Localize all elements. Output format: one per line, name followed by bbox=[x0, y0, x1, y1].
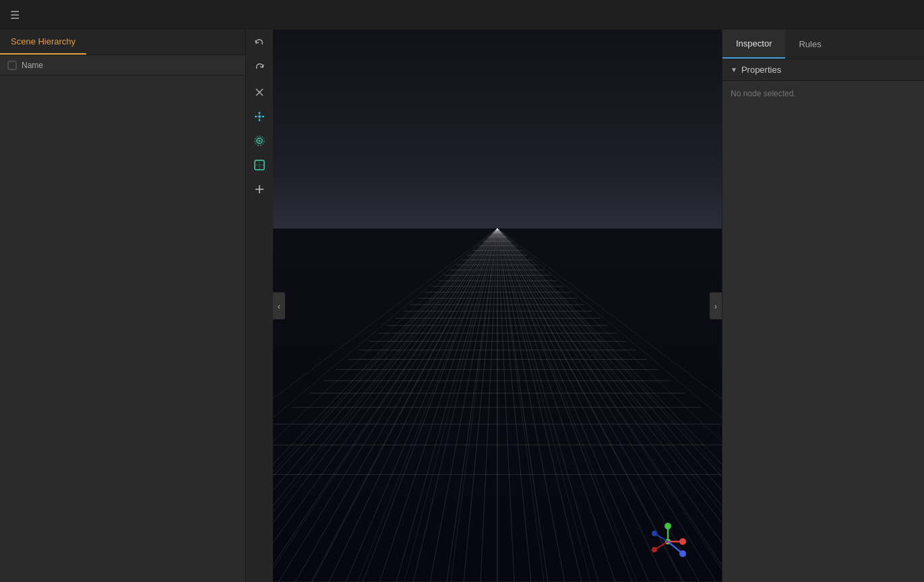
properties-empty-message: No node selected. bbox=[722, 81, 924, 106]
chevron-right-icon: › bbox=[714, 301, 717, 311]
view-icon bbox=[253, 135, 266, 147]
move-icon bbox=[253, 110, 266, 123]
collapse-left-button[interactable]: ‹ bbox=[273, 292, 285, 319]
column-checkbox bbox=[5, 59, 19, 72]
grid-canvas bbox=[273, 30, 722, 582]
svg-point-3 bbox=[258, 115, 261, 118]
svg-point-18 bbox=[679, 538, 686, 545]
hierarchy-content[interactable] bbox=[0, 75, 245, 582]
svg-point-20 bbox=[652, 547, 657, 552]
left-panel: Scene Hierarchy Name bbox=[0, 30, 246, 582]
top-bar: ☰ bbox=[0, 0, 924, 30]
column-name-label: Name bbox=[22, 61, 43, 70]
view-button[interactable] bbox=[248, 129, 271, 152]
center-area: ‹ bbox=[246, 30, 722, 582]
properties-section: ▼ Properties No node selected. bbox=[722, 59, 924, 106]
select-button[interactable] bbox=[248, 154, 271, 176]
menu-icon[interactable]: ☰ bbox=[0, 0, 30, 30]
properties-header-label: Properties bbox=[741, 65, 781, 75]
checkbox-icon bbox=[7, 61, 17, 70]
collapse-right-button[interactable]: › bbox=[710, 292, 722, 319]
delete-icon bbox=[253, 86, 266, 98]
svg-rect-0 bbox=[8, 61, 16, 69]
delete-button[interactable] bbox=[248, 81, 271, 104]
properties-arrow-icon: ▼ bbox=[731, 66, 737, 73]
toolbar bbox=[246, 30, 273, 582]
add-icon bbox=[253, 183, 266, 195]
properties-header: ▼ Properties bbox=[722, 59, 924, 81]
undo-icon bbox=[253, 38, 266, 50]
undo-button[interactable] bbox=[248, 32, 271, 55]
add-button[interactable] bbox=[248, 178, 271, 201]
main-layout: Scene Hierarchy Name ‹ bbox=[0, 30, 924, 582]
tab-scene-hierarchy[interactable]: Scene Hierarchy bbox=[0, 30, 86, 55]
inspector-tabs: Inspector Rules bbox=[722, 30, 924, 59]
svg-point-22 bbox=[665, 523, 671, 529]
viewport-wrapper[interactable] bbox=[273, 30, 722, 582]
svg-point-9 bbox=[259, 140, 261, 142]
panel-tabs: Scene Hierarchy bbox=[0, 30, 245, 55]
axis-gizmo bbox=[648, 521, 688, 562]
viewport[interactable] bbox=[273, 30, 722, 582]
tab-rules[interactable]: Rules bbox=[785, 30, 834, 59]
column-header: Name bbox=[0, 55, 245, 75]
chevron-left-icon: ‹ bbox=[278, 301, 280, 311]
redo-icon bbox=[253, 62, 266, 74]
redo-button[interactable] bbox=[248, 57, 271, 79]
move-button[interactable] bbox=[248, 105, 271, 128]
svg-point-24 bbox=[679, 550, 686, 557]
tab-inspector[interactable]: Inspector bbox=[722, 30, 785, 59]
svg-point-26 bbox=[652, 531, 657, 536]
select-icon bbox=[253, 159, 266, 171]
right-panel: Inspector Rules ▼ Properties No node sel… bbox=[722, 30, 924, 582]
